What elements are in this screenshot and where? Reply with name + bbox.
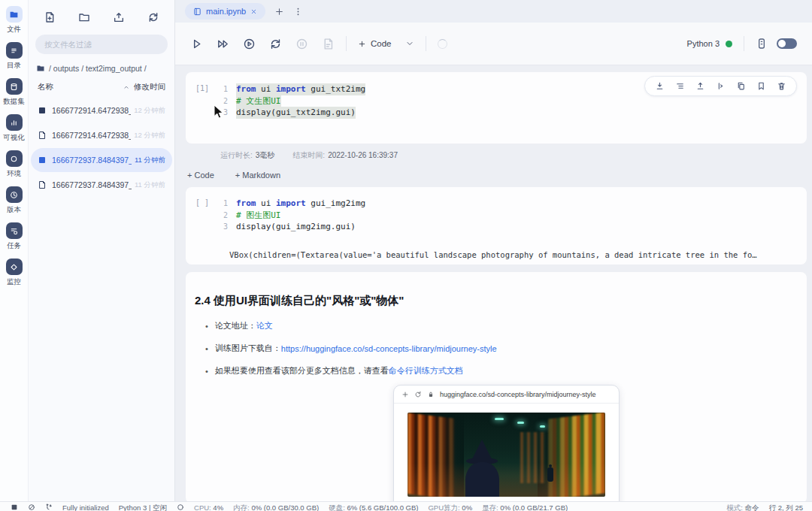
tasks-icon [9, 226, 19, 236]
code-cell-2[interactable]: [ ] 1from ui import gui_img2img2# 图生图UI3… [186, 187, 807, 265]
sidebar-item-label: 任务 [7, 241, 21, 251]
move-cell-icon[interactable] [716, 81, 726, 91]
export-cell-icon[interactable] [695, 81, 705, 91]
sidebar-item-monitor[interactable]: 监控 [6, 259, 23, 287]
sort-caret-icon[interactable] [123, 83, 130, 91]
column-header-modified[interactable]: 修改时间 [134, 82, 165, 92]
resource-stat: 显存: 0% (0.0 GB/21.7 GB) [482, 503, 568, 511]
sidebar-item-toc[interactable]: 目录 [6, 42, 23, 71]
toolbar-divider [744, 36, 744, 51]
markdown-cell[interactable]: 2.4 使用UI界面训练自己的"风格"或"物体" 论文地址： 论文训练图片下载自… [186, 272, 807, 501]
bullet-item: 论文地址： 论文 [205, 320, 807, 331]
sidebar-item-tasks[interactable]: 任务 [6, 222, 23, 251]
resource-stat: 硬盘: 6% (5.6 GB/100.0 GB) [329, 503, 418, 511]
theme-toggle[interactable] [777, 38, 797, 49]
list-icon [9, 46, 19, 56]
sidebar-item-files[interactable]: 文件 [6, 6, 23, 35]
chevron-down-icon[interactable] [405, 39, 414, 48]
file-icon [38, 180, 47, 189]
column-header-name[interactable]: 名称 [38, 82, 53, 92]
collapse-input-icon[interactable] [675, 81, 685, 91]
image-file-icon [38, 156, 47, 165]
markdown-link[interactable]: https://huggingface.co/sd-concepts-libra… [281, 344, 497, 353]
browser-screenshot-card: huggingface.co/sd-concepts-library/midjo… [393, 385, 620, 501]
code-line[interactable]: 1from ui import gui_img2img [219, 198, 807, 210]
cell2-editor[interactable]: 1from ui import gui_img2img2# 图生图UI3disp… [219, 198, 807, 233]
folder-fill-tile [6, 6, 23, 23]
sidebar-item-visualization[interactable]: 可视化 [3, 114, 25, 143]
status-text: Python 3 | 空闲 [119, 503, 167, 511]
markdown-link[interactable]: 命令行训练方式文档 [389, 365, 463, 376]
code-line[interactable]: 2# 图生图UI [219, 210, 807, 222]
file-row[interactable]: 1666772937.8484397_SEED_11 分钟前 [31, 148, 172, 172]
code-line[interactable]: 3display(gui_img2img.gui) [219, 221, 807, 233]
bullet-text: 如果想要使用查看该部分更多文档信息，请查看 [215, 365, 389, 376]
keyboard-shortcuts-icon[interactable] [756, 38, 768, 50]
sidebar-item-environment[interactable]: 环境 [6, 150, 23, 179]
cell-output-text: VBox(children=(Textarea(value='a beautif… [229, 250, 807, 259]
code-cell-1[interactable]: [1] 1from ui import gui_txt2img2# 文生图UI3… [186, 72, 807, 144]
browser-chrome: huggingface.co/sd-concepts-library/midjo… [394, 386, 619, 404]
diamond-icon [9, 262, 19, 272]
breadcrumb[interactable]: / outputs / text2img_output / [36, 64, 167, 73]
file-row[interactable]: 1666772914.6472938_SEED_-12 分钟前 [31, 123, 172, 147]
resource-stat: CPU: 4% [194, 503, 223, 511]
new-folder-button[interactable] [78, 11, 90, 23]
insert-cell-buttons: + Code + Markdown [187, 171, 812, 180]
refresh-button[interactable] [147, 11, 159, 23]
tab-main-ipynb[interactable]: main.ipynb [185, 3, 265, 20]
run-cell-button[interactable] [190, 38, 203, 50]
copy-cell-icon[interactable] [736, 81, 746, 91]
editor-mode-stat: 模式: 命令 [726, 503, 759, 511]
markdown-link[interactable]: 论文 [256, 320, 273, 331]
slash-circle-icon[interactable] [28, 503, 35, 511]
tab-menu-kebab-icon[interactable] [293, 7, 303, 17]
cell-hover-toolbar [644, 76, 797, 96]
sidebar-item-label: 可视化 [3, 133, 25, 143]
restart-and-run-all-button[interactable] [243, 38, 256, 50]
sidebar-item-datasets[interactable]: 数据集 [3, 78, 25, 107]
kernel-area: Python 3 [687, 36, 797, 51]
close-tab-icon[interactable] [250, 8, 257, 15]
browser-url: huggingface.co/sd-concepts-library/midjo… [440, 391, 596, 398]
code-line[interactable]: 3display(gui_txt2img.gui) [219, 107, 807, 119]
kernel-name[interactable]: Python 3 [687, 39, 720, 48]
witch-silhouette [465, 440, 501, 497]
new-notebook-button[interactable] [44, 11, 56, 23]
notebook-ide-app: 文件目录数据集可视化环境版本任务监控 / outputs / text2img_… [0, 0, 812, 511]
run-all-button[interactable] [217, 38, 229, 50]
new-tab-button[interactable] [274, 7, 284, 17]
file-filter-input[interactable] [35, 35, 168, 54]
add-code-button[interactable]: Code [358, 39, 392, 48]
line-number: 1 [219, 83, 228, 95]
line-number: 2 [219, 210, 228, 222]
insert-markdown-button[interactable]: + Markdown [235, 171, 280, 180]
notebook-icon [193, 8, 201, 16]
status-bar: Fully initializedPython 3 | 空闲 CPU: 4%内存… [0, 501, 812, 511]
insert-code-button[interactable]: + Code [187, 171, 214, 180]
upload-button[interactable] [113, 11, 125, 23]
code-text: from ui import gui_txt2img [236, 83, 365, 95]
file-toolbar [29, 0, 174, 23]
sidebar-item-label: 环境 [7, 169, 21, 179]
toolbar-divider [346, 36, 347, 51]
file-row[interactable]: 1666772914.6472938_SEED_-12 分钟前 [31, 98, 172, 122]
run-above-icon[interactable] [655, 81, 665, 91]
branch-icon[interactable] [45, 503, 53, 511]
circle-o-tile [6, 150, 23, 167]
folder-fill-icon [9, 10, 19, 20]
delete-cell-icon[interactable] [777, 81, 786, 91]
folder-icon [36, 64, 45, 73]
run-meta-item: 结束时间:2022-10-26 16:39:37 [292, 150, 398, 161]
terminal-square-icon[interactable] [11, 503, 18, 511]
file-modified-time: 12 分钟前 [134, 106, 165, 116]
file-row[interactable]: 1666772937.8484397_SEED_11 分钟前 [31, 173, 172, 197]
bookmark-icon[interactable] [756, 81, 766, 91]
restart-kernel-button[interactable] [269, 38, 282, 50]
sidebar-item-versions[interactable]: 版本 [6, 186, 23, 215]
code-line[interactable]: 2# 文生图UI [219, 95, 807, 107]
file-name: 1666772914.6472938_SEED_- [52, 106, 131, 115]
busy-spinner [438, 39, 447, 49]
file-name: 1666772914.6472938_SEED_- [52, 131, 131, 140]
run-meta-item: 运行时长:3毫秒 [220, 150, 274, 161]
